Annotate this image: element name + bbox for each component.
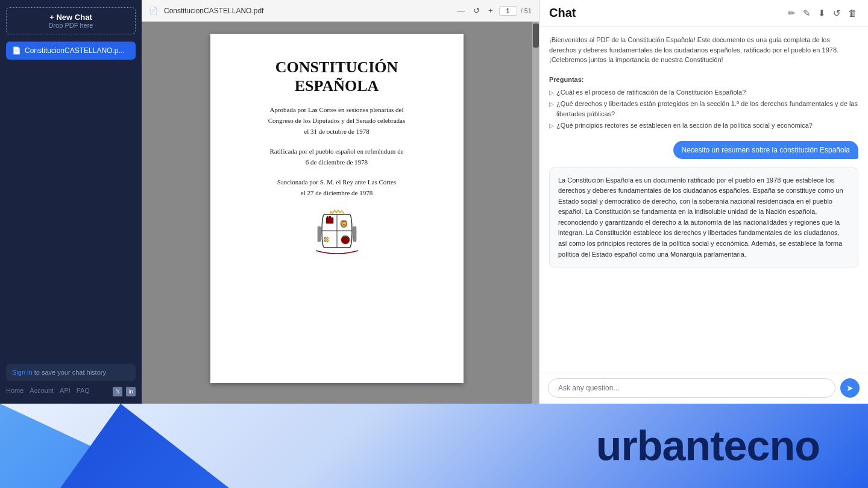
chat-header-actions: ✏ ✎ ⬇ ↺ 🗑 — [787, 7, 858, 20]
arrow-icon-3: ▷ — [549, 121, 554, 130]
pdf-page-total: / 51 — [521, 7, 532, 14]
svg-rect-9 — [318, 227, 321, 242]
linkedin-icon[interactable]: in — [126, 387, 136, 396]
brand-area: urbantecno — [0, 404, 868, 488]
welcome-text: ¡Bienvenidos al PDF de la Constitución E… — [549, 36, 838, 63]
sidebar-item-chat[interactable]: 📄 ConstitucionCASTELLANO.p... — [6, 42, 136, 60]
signin-link[interactable]: Sign in — [12, 369, 33, 376]
brand-name: urbantecno — [596, 422, 820, 470]
new-chat-button[interactable]: + New Chat Drop PDF here — [6, 7, 136, 34]
twitter-icon[interactable]: 𝕏 — [113, 387, 122, 396]
chat-delete-button[interactable]: 🗑 — [847, 7, 858, 20]
signin-text: to save your chat history — [34, 369, 106, 376]
user-message-text: Necesito un resumen sobre la constitució… — [682, 146, 851, 154]
pdf-zoom-out[interactable]: — — [454, 5, 467, 16]
new-chat-label: + New Chat — [14, 13, 128, 22]
chat-download-button[interactable]: ⬇ — [817, 7, 827, 20]
svg-text:⛓: ⛓ — [323, 236, 329, 243]
coat-of-arms: 🦁 ⛓ — [313, 208, 361, 263]
sidebar-footer: Sign in to save your chat history Home A… — [6, 364, 136, 396]
arrow-icon-2: ▷ — [549, 99, 554, 108]
pdf-file-icon: 📄 — [149, 7, 158, 15]
chat-refresh-button[interactable]: ↺ — [832, 7, 842, 20]
chat-send-button[interactable]: ➤ — [840, 378, 860, 398]
arrow-icon-1: ▷ — [549, 88, 554, 97]
svg-rect-5 — [329, 216, 331, 219]
svg-rect-4 — [327, 216, 329, 219]
chat-list: 📄 ConstitucionCASTELLANO.p... — [6, 42, 136, 364]
chat-title: Chat — [549, 6, 576, 20]
chat-panel: Chat ✏ ✎ ⬇ ↺ 🗑 ¡Bienvenidos al PDF de la… — [539, 0, 868, 404]
footer-link-home[interactable]: Home — [6, 387, 24, 396]
footer-social: 𝕏 in — [113, 387, 136, 396]
svg-point-8 — [341, 236, 350, 244]
pdf-zoom-in[interactable]: + — [486, 5, 495, 16]
pdf-toolbar: 📄 ConstitucionCASTELLANO.pdf — ↺ + / 51 — [142, 0, 539, 22]
pdf-subtitle-2: Ratificada por el pueblo español en refe… — [269, 146, 403, 167]
chat-edit-button[interactable]: ✏ — [787, 7, 797, 20]
pdf-subtitle-3: Sancionada por S. M. el Rey ante Las Cor… — [277, 177, 396, 198]
questions-label: Preguntas: — [549, 75, 858, 85]
system-message: ¡Bienvenidos al PDF de la Constitución E… — [549, 35, 858, 133]
question-text-3[interactable]: ¿Qué principios rectores se establecen e… — [556, 120, 813, 131]
pdf-subtitle-1: Aprobada por Las Cortes en sesiones plen… — [268, 105, 406, 137]
question-3: ▷ ¿Qué principios rectores se establecen… — [549, 120, 858, 131]
chat-input[interactable] — [548, 378, 835, 398]
chat-header: Chat ✏ ✎ ⬇ ↺ 🗑 — [539, 0, 868, 27]
chat-input-area: ➤ — [539, 372, 868, 404]
pdf-controls: — ↺ + / 51 — [454, 5, 532, 16]
pdf-filename: ConstitucionCASTELLANO.pdf — [164, 7, 448, 15]
send-icon: ➤ — [846, 383, 854, 393]
signin-note: Sign in to save your chat history — [6, 364, 136, 381]
pdf-scrollbar-thumb — [533, 23, 539, 48]
chat-item-label: ConstitucionCASTELLANO.p... — [25, 46, 124, 55]
pdf-page: CONSTITUCIÓN ESPAÑOLA Aprobada por Las C… — [210, 34, 464, 383]
pdf-title: CONSTITUCIÓN ESPAÑOLA — [275, 58, 398, 95]
footer-link-account[interactable]: Account — [30, 387, 54, 396]
pdf-scrollbar[interactable] — [532, 22, 539, 404]
question-2: ▷ ¿Qué derechos y libertades están prote… — [549, 99, 858, 119]
footer-link-faq[interactable]: FAQ — [77, 387, 90, 396]
footer-links: Home Account API FAQ 𝕏 in — [6, 387, 136, 396]
assistant-message-text: La Constitución Española es un documento… — [558, 177, 843, 258]
footer-link-api[interactable]: API — [60, 387, 71, 396]
new-chat-sub: Drop PDF here — [14, 22, 128, 29]
chat-messages: ¡Bienvenidos al PDF de la Constitución E… — [539, 27, 868, 372]
chat-rename-button[interactable]: ✎ — [802, 7, 812, 20]
pdf-viewport[interactable]: CONSTITUCIÓN ESPAÑOLA Aprobada por Las C… — [142, 22, 532, 404]
user-message: Necesito un resumen sobre la constitució… — [673, 141, 859, 159]
assistant-message: La Constitución Española es un documento… — [549, 167, 858, 268]
question-text-1[interactable]: ¿Cuál es el proceso de ratificación de l… — [556, 87, 746, 98]
document-icon: 📄 — [12, 46, 21, 55]
pdf-page-input[interactable] — [499, 6, 517, 16]
sidebar: + New Chat Drop PDF here 📄 ConstitucionC… — [0, 0, 142, 404]
pdf-viewer: 📄 ConstitucionCASTELLANO.pdf — ↺ + / 51 … — [142, 0, 539, 404]
question-1: ▷ ¿Cuál es el proceso de ratificación de… — [549, 87, 858, 98]
question-text-2[interactable]: ¿Qué derechos y libertades están protegi… — [556, 99, 858, 119]
svg-text:🦁: 🦁 — [339, 219, 348, 228]
svg-rect-10 — [353, 227, 356, 242]
pdf-restore[interactable]: ↺ — [471, 5, 482, 16]
